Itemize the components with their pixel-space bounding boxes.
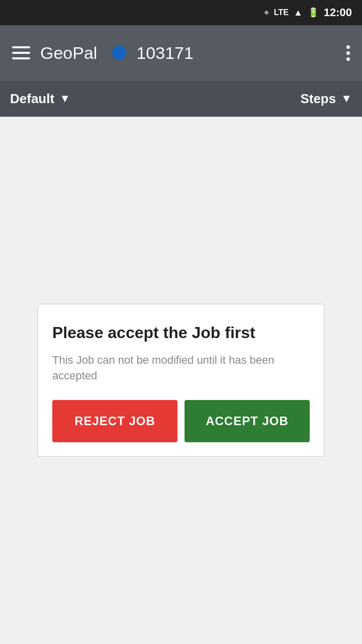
status-time: 12:00 [324, 6, 352, 19]
connection-status-dot [112, 46, 126, 60]
dialog-message: This Job can not be modified until it ha… [52, 353, 310, 384]
signal-icon: ▲ [294, 8, 303, 18]
status-bar: ⌖ LTE ▲ 🔋 12:00 [0, 0, 362, 25]
reject-job-button[interactable]: REJECT JOB [52, 400, 177, 442]
default-chevron-icon: ▼ [59, 92, 70, 105]
default-label: Default [10, 91, 54, 107]
main-content: Please accept the Job first This Job can… [0, 117, 362, 644]
default-filter[interactable]: Default ▼ [10, 91, 300, 107]
more-options-button[interactable] [346, 45, 350, 61]
status-icons: ⌖ LTE ▲ 🔋 12:00 [264, 6, 352, 19]
app-bar: GeoPal 103171 [0, 25, 362, 80]
job-number: 103171 [136, 43, 336, 63]
dialog-title: Please accept the Job first [52, 323, 310, 344]
dialog-buttons: REJECT JOB ACCEPT JOB [52, 400, 310, 442]
battery-icon: 🔋 [308, 7, 319, 18]
hamburger-line-1 [12, 46, 30, 48]
hamburger-line-2 [12, 52, 30, 54]
steps-label: Steps [300, 91, 336, 107]
steps-chevron-icon: ▼ [341, 92, 352, 105]
filter-bar: Default ▼ Steps ▼ [0, 80, 362, 117]
steps-filter[interactable]: Steps ▼ [300, 91, 352, 107]
dot-2 [346, 51, 350, 55]
lte-icon: LTE [274, 8, 289, 17]
dot-1 [346, 45, 350, 49]
app-title: GeoPal [40, 43, 97, 63]
menu-button[interactable] [12, 46, 30, 59]
location-icon: ⌖ [264, 8, 269, 18]
accept-job-dialog: Please accept the Job first This Job can… [38, 304, 324, 456]
hamburger-line-3 [12, 57, 30, 59]
accept-job-button[interactable]: ACCEPT JOB [185, 400, 310, 442]
dot-3 [346, 57, 350, 61]
